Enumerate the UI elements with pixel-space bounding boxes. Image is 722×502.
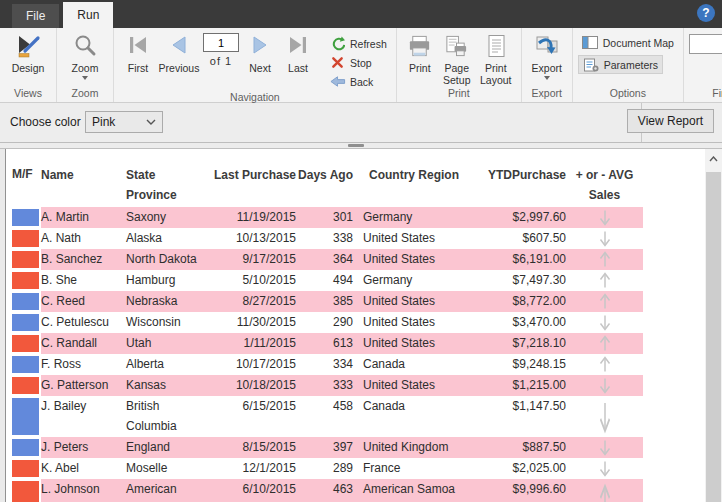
tab-run[interactable]: Run — [63, 2, 113, 28]
header-country-region: Country Region — [353, 165, 473, 207]
name-cell: C. Petulescu — [41, 312, 126, 333]
splitter-grip[interactable] — [348, 144, 364, 147]
back-button[interactable]: Back — [325, 72, 391, 91]
country-cell: American Samoa — [353, 479, 473, 502]
last-purchase-cell: 10/13/2015 — [204, 228, 296, 249]
export-group-label: Export — [522, 87, 572, 102]
trend-cell — [566, 396, 643, 437]
gender-cell — [6, 437, 41, 458]
next-page-button[interactable]: Next — [241, 31, 279, 74]
name-cell: A. Nath — [41, 228, 126, 249]
trend-cell — [566, 437, 643, 458]
country-cell: Canada — [353, 354, 473, 375]
trend-cell — [566, 207, 643, 228]
color-dropdown[interactable]: Pink — [85, 111, 163, 133]
gender-swatch — [12, 314, 39, 331]
last-purchase-cell: 11/19/2015 — [204, 207, 296, 228]
trend-arrow-icon — [597, 209, 613, 226]
tab-file[interactable]: File — [12, 4, 59, 28]
find-input[interactable] — [689, 34, 722, 54]
ytd-cell: $6,191.00 — [473, 249, 566, 270]
state-cell: Saxony — [126, 207, 204, 228]
name-cell: J. Peters — [41, 437, 126, 458]
table-row: K. Abel Moselle 12/1/2015 289 France $2,… — [6, 458, 705, 479]
days-ago-cell: 613 — [296, 333, 353, 354]
report-table-body: A. Martin Saxony 11/19/2015 301 Germany … — [6, 207, 705, 502]
days-ago-cell: 463 — [296, 479, 353, 502]
gender-cell — [6, 249, 41, 270]
parameters-button[interactable]: Parameters — [578, 55, 663, 74]
view-report-button[interactable]: View Report — [627, 109, 714, 133]
gender-swatch — [12, 272, 39, 289]
last-page-icon — [287, 35, 309, 59]
name-cell: B. She — [41, 270, 126, 291]
gender-swatch — [12, 230, 39, 247]
days-ago-cell: 385 — [296, 291, 353, 312]
scrollbar-thumb[interactable] — [706, 172, 721, 502]
table-header-row: M/F Name State Province Last Purchase Da… — [6, 165, 705, 207]
table-row: L. Johnson American Samoa 6/10/2015 463 … — [6, 479, 705, 502]
name-cell: J. Bailey — [41, 396, 126, 437]
print-button[interactable]: Print — [402, 31, 438, 74]
print-layout-button[interactable]: Print Layout — [476, 31, 516, 86]
header-state-province: State Province — [126, 165, 204, 207]
state-cell: England — [126, 437, 204, 458]
print-layout-label: Print Layout — [476, 62, 516, 86]
trend-arrow-icon — [597, 400, 613, 434]
ytd-cell: $7,497.30 — [473, 270, 566, 291]
last-page-button[interactable]: Last — [279, 31, 317, 74]
country-cell: Canada — [353, 396, 473, 437]
ytd-cell: $7,218.10 — [473, 333, 566, 354]
scroll-up-icon[interactable] — [705, 149, 722, 169]
refresh-button[interactable]: Refresh — [325, 34, 391, 53]
trend-arrow-icon — [597, 483, 613, 502]
first-page-icon — [127, 35, 149, 59]
state-cell: Wisconsin — [126, 312, 204, 333]
choose-color-label: Choose color — [10, 115, 81, 129]
vertical-scrollbar[interactable] — [705, 149, 722, 502]
trend-cell — [566, 458, 643, 479]
stop-icon — [329, 55, 346, 70]
color-dropdown-value: Pink — [92, 115, 146, 129]
gender-swatch — [12, 335, 39, 352]
table-row: J. Bailey British Columbia 6/15/2015 458… — [6, 396, 705, 437]
export-label: Export — [532, 62, 562, 74]
export-button[interactable]: Export — [527, 31, 567, 80]
design-button[interactable]: Design — [5, 31, 51, 74]
table-row: C. Petulescu Wisconsin 11/30/2015 290 Un… — [6, 312, 705, 333]
page-number-input[interactable] — [203, 33, 239, 52]
gender-swatch — [12, 377, 39, 394]
document-map-button[interactable]: Document Map — [578, 33, 678, 52]
parameters-icon — [583, 57, 600, 72]
country-cell: Germany — [353, 270, 473, 291]
ytd-cell: $9,248.15 — [473, 354, 566, 375]
gender-swatch — [12, 439, 39, 456]
table-row: A. Nath Alaska 10/13/2015 338 United Sta… — [6, 228, 705, 249]
state-cell: North Dakota — [126, 249, 204, 270]
state-cell: British Columbia — [126, 396, 204, 437]
help-icon[interactable]: ? — [697, 4, 715, 22]
gender-cell — [6, 396, 41, 437]
table-row: B. Sanchez North Dakota 9/17/2015 364 Un… — [6, 249, 705, 270]
country-cell: United States — [353, 312, 473, 333]
days-ago-cell: 301 — [296, 207, 353, 228]
days-ago-cell: 338 — [296, 228, 353, 249]
state-cell: Utah — [126, 333, 204, 354]
days-ago-cell: 397 — [296, 437, 353, 458]
previous-page-button[interactable]: Previous — [157, 31, 201, 74]
parameters-label: Parameters — [604, 59, 658, 71]
state-cell: American Samoa — [126, 479, 204, 502]
page-setup-label: Page Setup — [438, 62, 476, 86]
views-group-label: Views — [0, 87, 56, 102]
trend-arrow-icon — [597, 293, 613, 310]
zoom-button[interactable]: Zoom — [62, 31, 108, 80]
trend-arrow-icon — [597, 251, 613, 268]
first-page-button[interactable]: First — [119, 31, 157, 74]
trend-arrow-icon — [597, 314, 613, 331]
trend-arrow-icon — [597, 335, 613, 352]
table-row: C. Randall Utah 1/11/2015 613 United Sta… — [6, 333, 705, 354]
state-cell: Nebraska — [126, 291, 204, 312]
stop-button[interactable]: Stop — [325, 53, 391, 72]
page-setup-button[interactable]: Page Setup — [438, 31, 476, 86]
ytd-cell: $1,215.00 — [473, 375, 566, 396]
